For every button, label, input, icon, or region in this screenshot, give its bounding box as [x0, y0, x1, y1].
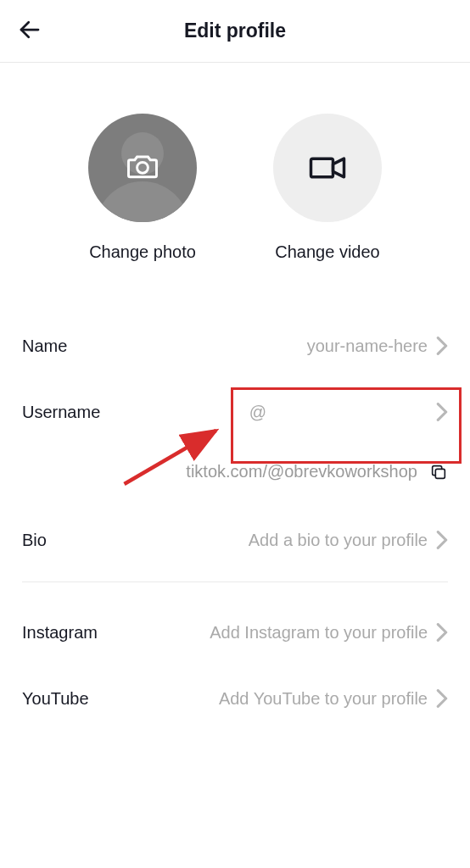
change-video-button[interactable]: Change video [273, 114, 382, 262]
name-label: Name [22, 337, 67, 356]
name-row[interactable]: Name your-name-here [22, 313, 448, 379]
svg-rect-4 [435, 469, 445, 478]
profile-video-placeholder [273, 114, 382, 222]
instagram-value: Add Instagram to your profile [210, 623, 428, 643]
change-video-label: Change video [275, 242, 379, 262]
profile-photo-placeholder [88, 114, 197, 222]
instagram-row[interactable]: Instagram Add Instagram to your profile [22, 599, 448, 665]
copy-icon[interactable] [429, 463, 448, 481]
youtube-row[interactable]: YouTube Add YouTube to your profile [22, 665, 448, 732]
bio-row[interactable]: Bio Add a bio to your profile [22, 507, 448, 573]
chevron-right-icon [436, 689, 448, 708]
video-icon [305, 146, 350, 190]
camera-icon [124, 147, 161, 185]
back-button[interactable] [17, 17, 42, 46]
profile-url: tiktok.com/@obrevkoworkshop [186, 462, 417, 481]
svg-rect-2 [311, 159, 333, 177]
youtube-value: Add YouTube to your profile [219, 689, 428, 709]
change-photo-button[interactable]: Change photo [88, 114, 197, 262]
youtube-label: YouTube [22, 689, 89, 709]
chevron-right-icon [436, 623, 448, 642]
name-value: your-name-here [307, 337, 428, 356]
username-row[interactable]: Username @ [22, 379, 448, 445]
bio-label: Bio [22, 531, 47, 550]
instagram-label: Instagram [22, 623, 98, 643]
back-arrow-icon [17, 17, 42, 42]
bio-value: Add a bio to your profile [249, 531, 428, 550]
divider [22, 581, 448, 582]
svg-point-1 [137, 162, 148, 173]
username-value: @ [249, 403, 266, 422]
chevron-right-icon [436, 337, 448, 355]
username-label: Username [22, 403, 100, 422]
svg-marker-3 [333, 159, 344, 177]
change-photo-label: Change photo [89, 242, 196, 262]
chevron-right-icon [436, 403, 448, 421]
chevron-right-icon [436, 531, 448, 549]
page-title: Edit profile [184, 19, 286, 42]
